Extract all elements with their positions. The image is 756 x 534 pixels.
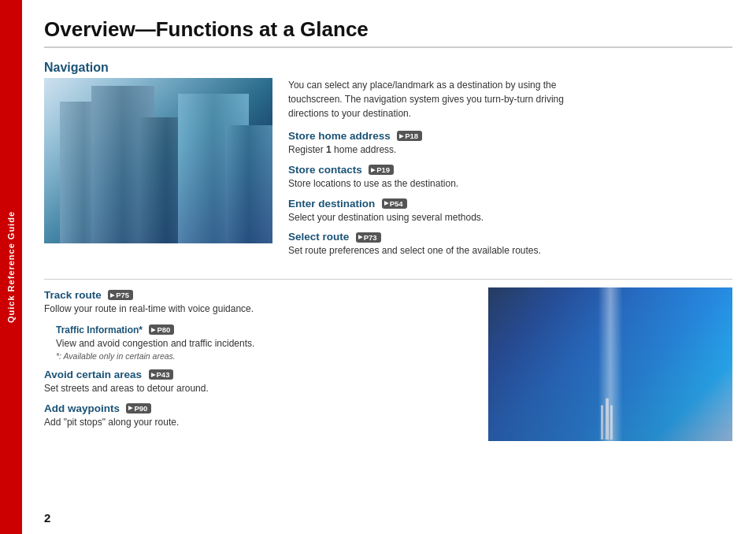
feature-title-select-route: Select route [288, 231, 349, 243]
feature-title-waypoints: Add waypoints [44, 402, 120, 414]
building-image [44, 78, 272, 243]
feature-title-store-home: Store home address [288, 130, 391, 142]
lower-features: Track route P75 Follow your route in rea… [44, 287, 472, 441]
feature-store-contacts: Store contacts P19 Store locations to us… [288, 162, 732, 191]
feature-desc-enter-dest: Select your destination using several me… [288, 211, 732, 224]
feature-ref-track-route: P75 [108, 290, 133, 300]
sidebar-label: Quick Reference Guide [6, 211, 16, 323]
navigation-features: You can select any place/landmark as a d… [288, 78, 732, 263]
feature-title-traffic: Traffic Information* [56, 324, 143, 336]
page-number: 2 [44, 511, 50, 525]
feature-title-store-contacts: Store contacts [288, 164, 362, 176]
feature-desc-track-route: Follow your route in real-time with voic… [44, 302, 465, 316]
feature-desc-traffic: View and avoid congestion and traffic in… [56, 337, 465, 350]
feature-desc-store-home: Register 1 home address. [288, 143, 732, 157]
section-divider [44, 279, 732, 280]
feature-ref-select-route: P73 [356, 232, 381, 243]
feature-ref-enter-dest: P54 [382, 198, 407, 209]
sidebar-tab: Quick Reference Guide [0, 0, 22, 534]
feature-select-route: Select route P73 Set route preferences a… [288, 229, 732, 258]
feature-ref-waypoints: P90 [126, 403, 151, 413]
feature-desc-select-route: Set route preferences and select one of … [288, 244, 732, 258]
main-content: Overview—Functions at a Glance Navigatio… [22, 0, 756, 534]
feature-desc-avoid: Set streets and areas to detour around. [44, 382, 465, 395]
feature-ref-store-home: P18 [397, 131, 422, 141]
navigation-section-title: Navigation [44, 61, 732, 75]
top-section: You can select any place/landmark as a d… [44, 78, 732, 263]
feature-note-traffic: *: Available only in certain areas. [56, 351, 465, 361]
highway-image [488, 287, 732, 441]
feature-add-waypoints: Add waypoints P90 Add "pit stops" along … [44, 401, 465, 429]
feature-ref-avoid: P43 [149, 369, 174, 380]
feature-ref-traffic: P80 [149, 324, 174, 335]
feature-desc-waypoints: Add "pit stops" along your route. [44, 416, 465, 429]
navigation-intro: You can select any place/landmark as a d… [288, 78, 587, 121]
feature-traffic-info: Traffic Information* P80 View and avoid … [56, 322, 465, 361]
feature-title-enter-dest: Enter destination [288, 198, 375, 210]
feature-track-route: Track route P75 Follow your route in rea… [44, 287, 465, 316]
feature-desc-store-contacts: Store locations to use as the destinatio… [288, 177, 732, 191]
bottom-section: Track route P75 Follow your route in rea… [44, 287, 732, 441]
navigation-section: Navigation You can select any place/land… [44, 61, 732, 263]
feature-enter-destination: Enter destination P54 Select your destin… [288, 196, 732, 224]
feature-ref-store-contacts: P19 [369, 165, 394, 175]
page-title: Overview—Functions at a Glance [44, 17, 732, 48]
feature-title-avoid: Avoid certain areas [44, 369, 142, 380]
feature-store-home: Store home address P18 Register 1 home a… [288, 128, 732, 157]
feature-title-track-route: Track route [44, 289, 102, 301]
feature-avoid-areas: Avoid certain areas P43 Set streets and … [44, 367, 465, 395]
